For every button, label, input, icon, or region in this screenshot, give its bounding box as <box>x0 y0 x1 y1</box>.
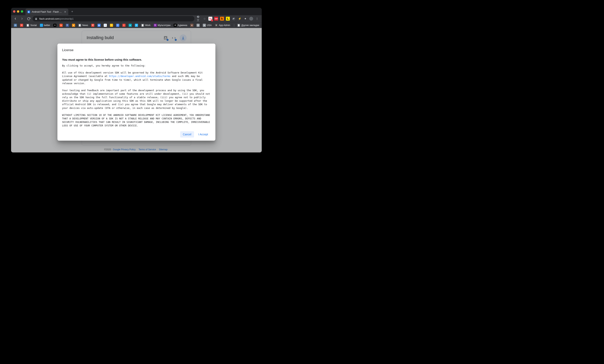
bookmark-item[interactable]: vk <box>13 23 18 27</box>
maximize-window-button[interactable] <box>21 10 23 13</box>
mt-icon: M <box>154 24 157 27</box>
dialog-heading: You must agree to this license before us… <box>62 58 211 61</box>
dot-icon: ● <box>190 24 193 27</box>
bookmark-label: Work <box>145 24 151 27</box>
forward-button[interactable] <box>19 16 25 21</box>
profile-avatar[interactable] <box>249 17 253 21</box>
bookmark-item[interactable]: M <box>90 23 96 27</box>
folder-icon: ▇ <box>237 24 240 27</box>
cancel-button[interactable]: Cancel <box>180 132 194 138</box>
bookmark-label: Мультитран <box>158 24 171 27</box>
bookmark-item[interactable]: 文 <box>115 23 120 27</box>
tab-title: Android Flash Tool - Flash Prev <box>32 11 63 13</box>
k-ext-icon[interactable]: k <box>220 17 224 21</box>
tab-bar: ◧ Android Flash Tool - Flash Prev ✕ ＋ <box>11 8 262 15</box>
other-bookmarks[interactable]: ▇ Другие закладки <box>236 23 260 27</box>
license-text: By clicking to accept, you hereby agree … <box>62 64 211 127</box>
bookmark-item[interactable]: ▇Work <box>140 23 152 27</box>
box-ext-icon[interactable]: ◩ <box>232 17 236 21</box>
bookmark-item[interactable]: ✉ <box>19 23 24 27</box>
bookmark-item[interactable]: G <box>109 23 114 27</box>
other-bookmarks-label: Другие закладки <box>241 24 259 27</box>
url-text: flash.android.com/preview/dp1 <box>39 17 74 20</box>
page-content: Installing build ✓ ✓ ©2020 Google Privac… <box>11 28 262 152</box>
close-tab-icon[interactable]: ✕ <box>64 10 66 13</box>
tab-favicon: ◧ <box>27 11 30 13</box>
folder-icon: ▇ <box>26 24 29 27</box>
vk-icon: vk <box>14 24 17 27</box>
bookmark-label: App Admin <box>219 24 230 27</box>
bookmark-label: News <box>82 24 88 27</box>
bookmark-item[interactable]: ▇Social <box>25 23 38 27</box>
bookmark-label: USA <box>207 24 212 27</box>
new-tab-button[interactable]: ＋ <box>71 10 74 14</box>
G-icon: G <box>104 24 107 27</box>
bookmarks-bar: vk✉▇Social🐦twitter✦●B●▇NewsM◆GG文≡●✈▇Work… <box>11 22 262 28</box>
B-icon: B <box>66 24 69 27</box>
toolbar-icons: �文 ☆ M ABP k L ◩ ⚡ ✦ ⋮ <box>196 17 260 21</box>
bookmark-item[interactable]: ✈ <box>134 23 139 27</box>
red-icon: ≡ <box>122 24 126 27</box>
M-icon: M <box>91 24 94 27</box>
menu-icon[interactable]: ⋮ <box>255 17 259 21</box>
cookie-icon: ● <box>72 24 75 27</box>
bookmark-item[interactable]: G <box>102 23 108 27</box>
admin-icon: ⚙ <box>174 24 177 27</box>
extensions-icon[interactable]: ✦ <box>243 17 247 21</box>
apple-icon: ● <box>197 24 200 27</box>
bookmark-label: twitter <box>44 24 50 27</box>
gmail-ext-icon[interactable]: M <box>208 17 212 21</box>
back-button[interactable] <box>13 16 18 21</box>
abp-ext-icon[interactable]: ABP <box>214 17 218 21</box>
l-ext-icon[interactable]: L <box>226 17 230 21</box>
translate-icon[interactable]: �文 <box>197 17 201 21</box>
bookmark-item[interactable]: ●USA <box>201 23 213 27</box>
dialog-actions: Cancel I Accept <box>62 132 211 138</box>
bookmark-item[interactable]: B <box>65 23 70 27</box>
bookmark-item[interactable]: ● <box>58 23 64 27</box>
drop-icon: ◆ <box>98 24 101 27</box>
dialog-title: License <box>62 48 211 52</box>
tr-icon: 文 <box>116 24 119 27</box>
bookmark-separator: | <box>234 24 235 27</box>
bookmark-item[interactable]: ✦ <box>52 23 58 27</box>
bookmark-item[interactable]: 🐦twitter <box>39 23 51 27</box>
terms-link[interactable]: https://developer.android.com/studio/ter… <box>109 75 170 78</box>
bookmark-item[interactable]: ● <box>71 23 76 27</box>
bookmark-item[interactable]: ● <box>189 23 195 27</box>
tg-icon: ✈ <box>135 24 138 27</box>
browser-tab[interactable]: ◧ Android Flash Tool - Flash Prev ✕ <box>25 9 68 15</box>
minimize-window-button[interactable] <box>17 10 19 13</box>
toolbar: flash.android.com/preview/dp1 �文 ☆ M ABP… <box>11 15 262 22</box>
app-icon: ⚙ <box>215 24 218 27</box>
gmail-icon: ✉ <box>20 24 23 27</box>
reload-button[interactable] <box>26 16 31 21</box>
bookmark-item[interactable]: ◆ <box>96 23 102 27</box>
address-bar[interactable]: flash.android.com/preview/dp1 <box>33 16 194 21</box>
Gy-icon: G <box>110 24 113 27</box>
twitter-icon: 🐦 <box>40 24 43 27</box>
bookmark-item[interactable]: ⚙Админка <box>172 23 188 27</box>
star-icon[interactable]: ☆ <box>202 17 206 21</box>
bookmark-label: Social <box>30 24 37 27</box>
bookmark-item[interactable]: MМультитран <box>152 23 172 27</box>
bookmark-item[interactable]: ⚙App Admin <box>214 23 231 27</box>
browser-window: ◧ Android Flash Tool - Flash Prev ✕ ＋ fl… <box>11 8 262 152</box>
accept-button[interactable]: I Accept <box>196 132 211 138</box>
spark-icon: ✦ <box>53 24 56 27</box>
bookmark-item[interactable]: ● <box>195 23 201 27</box>
apple-icon: ● <box>203 24 206 27</box>
bolt-ext-icon[interactable]: ⚡ <box>238 17 241 21</box>
window-controls <box>13 10 23 13</box>
teal-icon: ● <box>129 24 132 27</box>
brave-icon: ● <box>60 24 63 27</box>
license-dialog: License You must agree to this license b… <box>57 44 215 141</box>
bookmark-item[interactable]: ● <box>127 23 133 27</box>
lock-icon <box>35 17 37 20</box>
bookmark-item[interactable]: ▇News <box>77 23 89 27</box>
close-window-button[interactable] <box>13 10 15 13</box>
bookmark-item[interactable]: ≡ <box>121 23 127 27</box>
folder-icon: ▇ <box>141 24 144 27</box>
folder-icon: ▇ <box>78 24 81 27</box>
bookmark-label: Админка <box>178 24 187 27</box>
